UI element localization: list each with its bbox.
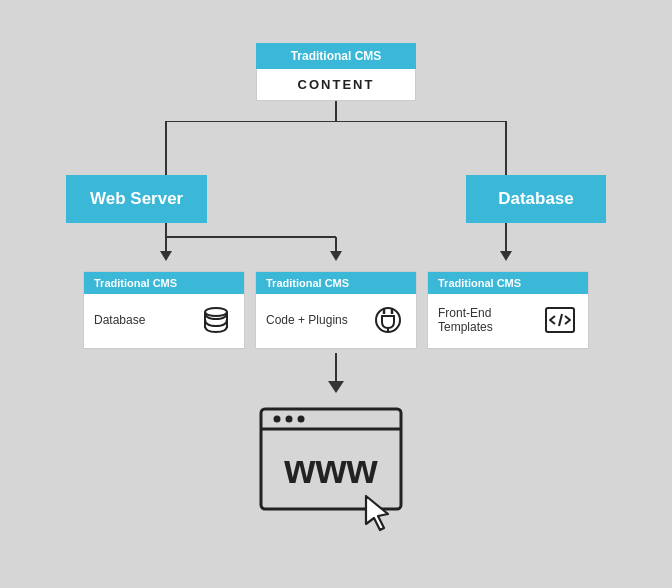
svg-marker-7 (500, 251, 512, 261)
code-icon (542, 302, 578, 338)
database-icon (198, 302, 234, 338)
svg-line-19 (559, 314, 562, 326)
bottom-cms-label-2: Traditional CMS (256, 272, 416, 294)
svg-text:www: www (283, 447, 378, 491)
bottom-cms-label-1: Traditional CMS (84, 272, 244, 294)
www-svg: www (251, 401, 421, 541)
arrow-line (335, 353, 337, 381)
bottom-content-1: Database (84, 294, 244, 348)
svg-point-22 (274, 416, 281, 423)
svg-point-23 (286, 416, 293, 423)
branch-svg (66, 121, 606, 175)
svg-marker-10 (330, 251, 342, 261)
vline-top (335, 101, 337, 121)
mid-to-bottom-lines (66, 223, 606, 271)
top-content-label: CONTENT (256, 69, 416, 101)
bottom-row: Traditional CMS Database Traditional CMS… (66, 271, 606, 349)
top-box: Traditional CMS CONTENT (256, 43, 416, 101)
svg-point-24 (298, 416, 305, 423)
svg-marker-26 (366, 496, 388, 530)
bottom-content-3: Front-End Templates (428, 294, 588, 348)
svg-marker-5 (160, 251, 172, 261)
mid-row: Web Server Database (66, 175, 606, 223)
mid-bottom-svg (66, 223, 606, 271)
bottom-box-templates: Traditional CMS Front-End Templates (427, 271, 589, 349)
branch-area (66, 121, 606, 175)
top-cms-label: Traditional CMS (256, 43, 416, 69)
arrow-to-browser (328, 353, 344, 393)
browser-icon: www (251, 401, 421, 545)
mid-box-webserver: Web Server (66, 175, 207, 223)
plugin-icon (370, 302, 406, 338)
bottom-box-plugins: Traditional CMS Code + Plugins (255, 271, 417, 349)
bottom-text-1: Database (94, 313, 145, 327)
bottom-text-2: Code + Plugins (266, 313, 348, 327)
bottom-box-database: Traditional CMS Database (83, 271, 245, 349)
bottom-text-3: Front-End Templates (438, 306, 542, 334)
arrow-head (328, 381, 344, 393)
bottom-cms-label-3: Traditional CMS (428, 272, 588, 294)
bottom-content-2: Code + Plugins (256, 294, 416, 348)
svg-point-11 (205, 308, 227, 316)
mid-box-database: Database (466, 175, 606, 223)
diagram: Traditional CMS CONTENT Web Server Datab… (26, 43, 646, 545)
